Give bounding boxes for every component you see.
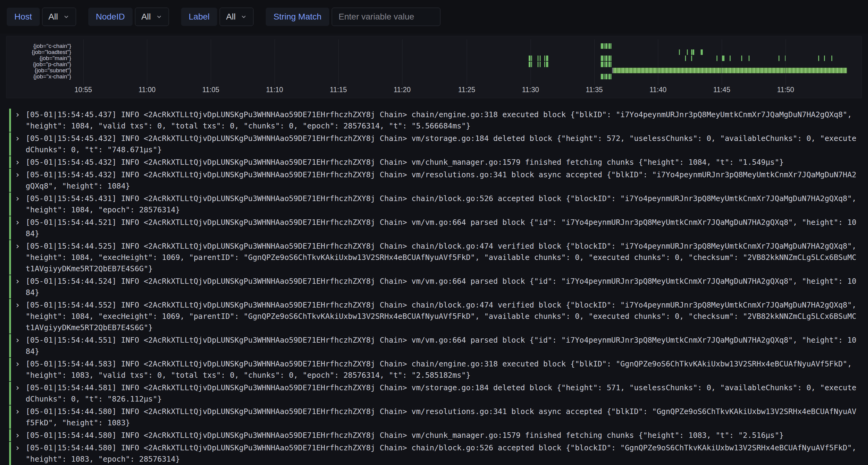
- log-row[interactable]: ›[05-01|15:54:44.580] INFO <2AcRkXTLLtQj…: [9, 429, 861, 441]
- log-volume-bar: [546, 62, 548, 67]
- log-row[interactable]: ›[05-01|15:54:44.525] INFO <2AcRkXTLLtQj…: [9, 240, 861, 275]
- log-volume-bar: [537, 62, 538, 67]
- log-volume-bar: [540, 62, 540, 67]
- lane-label: {job="p-chain"}: [6, 61, 71, 67]
- x-axis-tick: 11:40: [650, 86, 667, 94]
- log-volume-bar: [611, 56, 612, 61]
- log-volume-bar: [609, 43, 609, 49]
- expand-chevron-icon[interactable]: ›: [16, 275, 26, 287]
- lane-label: {job="loadtest"}: [6, 49, 71, 55]
- log-line-text: [05-01|15:54:44.524] INFO <2AcRkXTLLtQjv…: [26, 275, 860, 298]
- log-volume-bar: [609, 74, 610, 79]
- log-line-text: [05-01|15:54:45.437] INFO <2AcRkXTLLtQjv…: [26, 109, 860, 132]
- expand-chevron-icon[interactable]: ›: [16, 157, 26, 168]
- log-row[interactable]: ›[05-01|15:54:44.551] INFO <2AcRkXTLLtQj…: [9, 334, 861, 357]
- variable-label-label[interactable]: Label: [181, 8, 217, 26]
- log-line-text: [05-01|15:54:44.525] INFO <2AcRkXTLLtQjv…: [26, 240, 860, 274]
- log-volume-bar: [691, 49, 692, 55]
- log-line-text: [05-01|15:54:44.580] INFO <2AcRkXTLLtQjv…: [26, 442, 860, 465]
- variable-group-host: Host All: [7, 8, 76, 26]
- log-volume-bar: [604, 56, 605, 61]
- log-volume-bar: [679, 49, 680, 55]
- expand-chevron-icon[interactable]: ›: [16, 240, 26, 252]
- log-volume-bar: [601, 62, 603, 67]
- variable-select-host[interactable]: All: [42, 8, 76, 26]
- log-row[interactable]: ›[05-01|15:54:44.583] INFO <2AcRkXTLLtQj…: [9, 358, 861, 381]
- log-line-text: [05-01|15:54:44.581] INFO <2AcRkXTLLtQjv…: [26, 382, 860, 405]
- chevron-down-icon: [156, 13, 162, 20]
- lane-label: {job="main"}: [6, 55, 71, 61]
- expand-chevron-icon[interactable]: ›: [16, 169, 26, 180]
- log-row[interactable]: ›[05-01|15:54:44.524] INFO <2AcRkXTLLtQj…: [9, 275, 861, 298]
- gridline: [402, 39, 403, 85]
- x-axis-tick: 11:25: [458, 86, 475, 94]
- grafana-logs-dashboard: Host All NodeID All Label All String Mat…: [0, 0, 868, 465]
- variable-label-nodeid[interactable]: NodeID: [88, 8, 132, 26]
- log-volume-bar: [546, 56, 548, 61]
- log-volume-panel[interactable]: {job="c-chain"}{job="loadtest"}{job="mai…: [6, 36, 862, 98]
- log-volume-bar: [544, 62, 545, 67]
- log-line-text: [05-01|15:54:44.580] INFO <2AcRkXTLLtQjv…: [26, 430, 860, 441]
- gridline: [722, 39, 722, 85]
- log-volume-bar: [831, 56, 832, 61]
- x-axis: 10:5511:0011:0511:1011:1511:2011:2511:30…: [73, 86, 860, 96]
- expand-chevron-icon[interactable]: ›: [16, 109, 26, 120]
- variable-value-nodeid: All: [142, 12, 151, 22]
- expand-chevron-icon[interactable]: ›: [16, 299, 26, 310]
- expand-chevron-icon[interactable]: ›: [16, 358, 26, 369]
- gridline: [467, 39, 467, 85]
- expand-chevron-icon[interactable]: ›: [16, 406, 26, 417]
- variable-label-string-match[interactable]: String Match: [266, 8, 329, 26]
- expand-chevron-icon[interactable]: ›: [16, 193, 26, 204]
- variable-filter-bar: Host All NodeID All Label All String Mat…: [0, 0, 868, 34]
- log-volume-bar: [609, 74, 609, 79]
- expand-chevron-icon[interactable]: ›: [16, 217, 26, 228]
- expand-chevron-icon[interactable]: ›: [16, 382, 26, 393]
- log-volume-bar: [741, 56, 742, 61]
- log-row[interactable]: ›[05-01|15:54:44.580] INFO <2AcRkXTLLtQj…: [9, 405, 861, 429]
- x-axis-tick: 11:05: [202, 86, 219, 94]
- log-row[interactable]: ›[05-01|15:54:44.521] INFO <2AcRkXTLLtQj…: [9, 216, 861, 239]
- log-line-text: [05-01|15:54:44.552] INFO <2AcRkXTLLtQjv…: [26, 299, 860, 333]
- plot-area: [73, 39, 860, 85]
- gridline: [338, 39, 339, 85]
- log-row[interactable]: ›[05-01|15:54:45.432] INFO <2AcRkXTLLtQj…: [9, 156, 861, 168]
- expand-chevron-icon[interactable]: ›: [16, 334, 26, 346]
- log-line-text: [05-01|15:54:45.431] INFO <2AcRkXTLLtQjv…: [26, 193, 860, 215]
- gridline: [211, 39, 211, 85]
- expand-chevron-icon[interactable]: ›: [16, 430, 26, 441]
- log-volume-bar: [601, 74, 603, 79]
- gridline: [530, 39, 531, 85]
- variable-select-nodeid[interactable]: All: [135, 8, 169, 26]
- expand-chevron-icon[interactable]: ›: [16, 133, 26, 144]
- lane-label: {job="c-chain"}: [6, 43, 71, 49]
- log-row[interactable]: ›[05-01|15:54:45.431] INFO <2AcRkXTLLtQj…: [9, 193, 861, 216]
- gridline: [594, 39, 595, 85]
- variable-group-label: Label All: [181, 8, 254, 26]
- log-volume-bar: [749, 56, 749, 61]
- x-axis-tick: 11:15: [330, 86, 347, 94]
- log-row[interactable]: ›[05-01|15:54:45.432] INFO <2AcRkXTLLtQj…: [9, 132, 861, 156]
- log-list: ›[05-01|15:54:45.437] INFO <2AcRkXTLLtQj…: [9, 109, 861, 465]
- log-row[interactable]: ›[05-01|15:54:45.437] INFO <2AcRkXTLLtQj…: [9, 109, 861, 132]
- log-row[interactable]: ›[05-01|15:54:44.581] INFO <2AcRkXTLLtQj…: [9, 382, 861, 405]
- expand-chevron-icon[interactable]: ›: [16, 442, 26, 454]
- variable-select-label[interactable]: All: [220, 8, 253, 26]
- gridline: [147, 39, 147, 85]
- log-volume-bar: [601, 43, 603, 49]
- log-volume-bar: [730, 56, 731, 61]
- log-row[interactable]: ›[05-01|15:54:45.432] INFO <2AcRkXTLLtQj…: [9, 169, 861, 192]
- x-axis-tick: 11:10: [266, 86, 283, 94]
- log-row[interactable]: ›[05-01|15:54:44.552] INFO <2AcRkXTLLtQj…: [9, 299, 861, 333]
- string-match-input[interactable]: [332, 8, 440, 26]
- log-volume-bar: [778, 56, 779, 61]
- log-line-text: [05-01|15:54:44.521] INFO <2AcRkXTLLtQjv…: [26, 217, 860, 239]
- log-volume-bar: [609, 56, 609, 61]
- log-row[interactable]: ›[05-01|15:54:44.580] INFO <2AcRkXTLLtQj…: [9, 442, 861, 465]
- variable-value-host: All: [49, 12, 58, 22]
- log-volume-bar: [687, 49, 688, 55]
- log-volume-bar: [722, 56, 724, 61]
- gridline: [275, 39, 275, 85]
- variable-label-host[interactable]: Host: [7, 8, 40, 26]
- log-volume-bar: [611, 74, 612, 79]
